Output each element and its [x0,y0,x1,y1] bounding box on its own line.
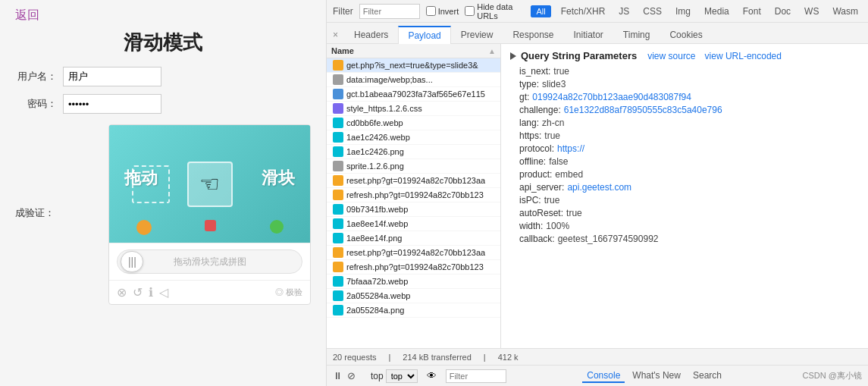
slider-label: 拖动滑块完成拼图 [174,256,246,268]
block-icon[interactable]: ⊘ [347,370,356,381]
username-label: 用户名： [15,70,57,83]
status-separator1: | [388,353,390,362]
file-type-icon [333,146,343,157]
network-list-item[interactable]: cd0bb6fe.webp [327,116,500,130]
file-type-icon [333,218,343,229]
type-font-btn[interactable]: Font [739,5,765,17]
console-tab-whatsnew[interactable]: What's New [628,369,685,383]
eye-icon[interactable]: 👁 [427,370,437,381]
file-type-icon [333,204,343,215]
type-all-btn[interactable]: All [531,5,550,17]
top-select[interactable]: top [386,369,418,383]
param-row: callback:geetest_1667974590992 [510,234,859,244]
tab-cookies[interactable]: Cookies [660,25,712,43]
view-source-link[interactable]: view source [647,51,695,61]
slider-track[interactable]: ||| 拖动滑块完成拼图 [117,249,302,274]
file-name: cd0bb6fe.webp [346,118,403,127]
tab-headers[interactable]: Headers [344,25,398,43]
param-value: 100% [546,221,569,231]
tab-timing[interactable]: Timing [613,25,660,43]
invert-checkbox[interactable]: Invert [426,6,459,16]
param-value: true [544,130,560,141]
type-doc-btn[interactable]: Doc [771,5,794,17]
username-input[interactable] [63,67,161,86]
filter-label: Filter [333,6,353,17]
param-value: 019924a82c70bb123aae90d483087f94 [532,92,691,102]
param-key: lang: [519,118,539,128]
network-list-item[interactable]: reset.php?gt=019924a82c70bb123aa [327,246,500,260]
close-tab-btn[interactable]: × [327,27,344,43]
tab-initiator[interactable]: Initiator [563,25,613,43]
param-key: offline: [519,156,546,167]
network-list-item[interactable]: style_https.1.2.6.css [327,102,500,116]
shape2 [205,220,216,231]
tab-response[interactable]: Response [503,25,563,43]
console-bar: ⏸ ⊘ top top 👁 Console What's New Search … [327,365,868,386]
param-key: is_next: [519,66,550,77]
filter-input[interactable] [359,4,420,19]
pause-icon[interactable]: ⏸ [333,370,343,381]
type-js-btn[interactable]: JS [615,5,633,17]
sound-icon[interactable]: ◁ [159,285,168,300]
network-list-item[interactable]: 1ae8ee14f.png [327,231,500,246]
type-wasm-btn[interactable]: Wasm [829,5,862,17]
type-css-btn[interactable]: CSS [639,5,666,17]
network-list-item[interactable]: refresh.php?gt=019924a82c70bb123 [327,188,500,202]
close-icon[interactable]: ⊗ [117,285,127,300]
network-list-item[interactable]: gct.b1abeaa79023fa73af565e67e115 [327,87,500,102]
refresh-icon[interactable]: ↺ [133,285,143,300]
param-value: true [544,195,560,206]
network-list-item[interactable]: 1ae1c2426.webp [327,130,500,145]
status-size: 412 k [498,353,519,362]
view-url-encoded-link[interactable]: view URL-encoded [705,51,782,61]
file-name: sprite.1.2.6.png [346,162,404,171]
back-link[interactable]: 返回 [15,8,311,24]
param-key: gt: [519,92,529,102]
file-name: reset.php?gt=019924a82c70bb123aa [346,248,485,257]
param-row: is_next:true [510,66,859,77]
file-name: 1ae8ee14f.png [346,234,402,243]
param-value: slide3 [542,79,566,89]
file-name: data:image/webp;bas... [346,75,433,84]
info-icon[interactable]: ℹ [149,285,153,300]
file-type-icon [333,118,343,128]
file-type-icon [333,247,343,258]
network-list-item[interactable]: data:image/webp;bas... [327,73,500,87]
network-list-item[interactable]: get.php?is_next=true&type=slide3& [327,58,500,73]
type-ws-btn[interactable]: WS [801,5,823,17]
console-filter-input[interactable] [446,369,506,383]
footer-logo: ◎ 极验 [275,287,302,298]
type-img-btn[interactable]: Img [672,5,694,17]
network-list-item[interactable]: reset.php?gt=019924a82c70bb123aa [327,174,500,188]
triangle-icon [510,52,516,60]
request-detail: Query String Parameters view source view… [501,44,868,348]
type-fetch-btn[interactable]: Fetch/XHR [557,5,609,17]
section-title-text: Query String Parameters [521,50,637,61]
network-list-item[interactable]: 09b7341fb.webp [327,202,500,217]
param-key: https: [519,130,541,141]
hide-data-checkbox[interactable]: Hide data URLs [465,2,525,20]
devtools-tabs: × Headers Payload Preview Response Initi… [327,23,868,44]
console-tab-search[interactable]: Search [688,369,726,383]
type-media-btn[interactable]: Media [700,5,733,17]
captcha-row: 成验证： 拖动 ☜ 滑块 [15,121,311,305]
network-list-item[interactable]: 1ae8ee14f.webp [327,217,500,231]
col-name-header: Name [331,46,488,55]
file-name: 09b7341fb.webp [346,205,408,214]
param-row: width:100% [510,221,859,231]
network-list-item[interactable]: refresh.php?gt=019924a82c70bb123 [327,260,500,275]
tab-payload[interactable]: Payload [398,26,450,44]
file-name: 2a055284a.png [346,306,404,315]
slider-handle[interactable]: ||| [121,251,143,272]
file-type-icon [333,190,343,200]
network-list-item[interactable]: 7bfaaa72b.webp [327,275,500,289]
password-input[interactable] [63,94,161,114]
network-list-item[interactable]: 2a055284a.png [327,303,500,318]
tab-preview[interactable]: Preview [451,25,503,43]
console-tab-console[interactable]: Console [582,369,625,383]
network-list-item[interactable]: 2a055284a.webp [327,289,500,303]
file-name: 1ae1c2426.png [346,147,404,156]
network-list-item[interactable]: sprite.1.2.6.png [327,159,500,174]
network-list-item[interactable]: 1ae1c2426.png [327,145,500,159]
file-name: reset.php?gt=019924a82c70bb123aa [346,176,485,185]
